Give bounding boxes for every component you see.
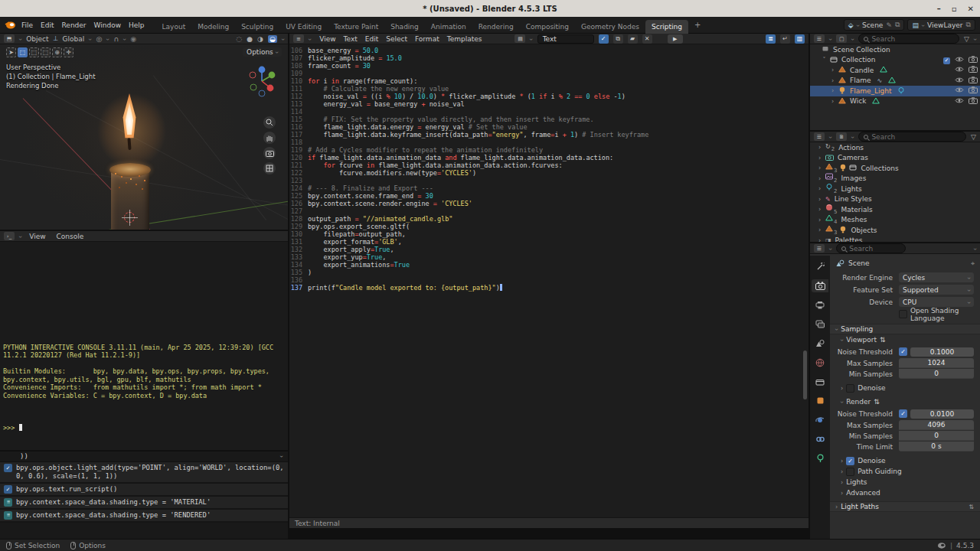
datablock-category-images[interactable]: ›2Images [810,174,980,184]
new-scene-icon[interactable]: ⧉ [895,21,900,29]
render-min-samples-field[interactable]: 0 [899,431,974,441]
cursor-tool[interactable]: ⊕ [52,47,62,57]
menu-text[interactable]: Text [340,34,361,44]
proportional-edit-icon[interactable]: ◉ [130,35,136,43]
pin-icon[interactable]: ✎ [886,21,892,29]
tab-constraints[interactable] [812,432,828,445]
shading-rendered-icon[interactable]: ◒ [268,35,277,43]
code-line-117[interactable]: 117 flame_light.data.keyframe_insert(dat… [289,131,808,139]
menu-file[interactable]: File [18,20,37,31]
add-workspace-button[interactable]: + [690,21,705,29]
menu-edit[interactable]: Edit [37,20,57,31]
viewport-min-samples-field[interactable]: 0 [899,369,974,379]
render-denoise-row[interactable]: Denoise [830,455,980,466]
code-line-130[interactable]: 130 filepath=output_path, [289,230,808,238]
tab-view-layer[interactable] [812,318,828,331]
exclude-checkbox[interactable]: ✓ [943,57,950,64]
render-noise-threshold-field[interactable]: 0.0100 [910,409,974,419]
code-line-135[interactable]: 135) [289,269,808,276]
line-numbers-toggle-icon[interactable]: ≣ [766,34,776,44]
info-partial-entry[interactable]: )) [0,452,288,462]
datablock-category-palettes[interactable]: ›◨Palettes [810,236,980,243]
tab-object-data[interactable] [812,452,828,465]
datablock-category-line-styles[interactable]: ›✎Line Styles [810,194,980,205]
minimize-button[interactable]: – [937,5,941,13]
menu-select[interactable]: Select [382,34,411,44]
tab-object[interactable] [812,394,828,407]
code-line-110[interactable]: 110for i in range(frame_count): [289,77,808,85]
code-line-122[interactable]: 122 fcurve.modifiers.new(type='CYCLES') [289,169,808,177]
path-guiding-row[interactable]: Path Guiding [830,466,980,477]
register-check-icon[interactable]: ✓ [599,34,609,44]
osl-checkbox[interactable] [899,310,907,318]
camera-view-button[interactable] [263,147,276,159]
code-line-111[interactable]: 111 # Calculate the new energy value [289,85,808,93]
run-script-button[interactable]: ▶ [668,34,683,44]
preset-icon[interactable]: ⇅ [969,504,975,510]
datablock-category-lights[interactable]: ›2Lights [810,184,980,194]
outliner-editor-icon[interactable]: ☰ [814,34,825,43]
blend-file-icon[interactable]: 🗎 [836,132,847,141]
text-datablock-name[interactable]: Text [537,34,594,44]
code-line-128[interactable]: 128output_path = "//animated_candle.glb" [289,215,808,223]
code-line-126[interactable]: 126bpy.context.scene.render.engine = 'CY… [289,200,808,207]
tab-physics[interactable] [812,413,828,426]
console-output[interactable]: PYTHON INTERACTIVE CONSOLE 3.11.11 (main… [3,328,285,448]
code-line-132[interactable]: 132 export_apply=True, [289,246,808,253]
info-log-entry[interactable]: ✓bpy.ops.text.run_script() [0,484,288,497]
code-line-133[interactable]: 133 export_yup=True, [289,253,808,261]
code-line-107[interactable]: 107flicker_amplitude = 15.0 [289,54,808,62]
move-tool[interactable]: ✛ [64,47,74,57]
workspace-tab-sculpting[interactable]: Sculpting [235,20,279,34]
viewport-noise-threshold-field[interactable]: 0.1000 [910,347,974,357]
code-line-124[interactable]: 124# --- 8. Finalize and Export --- [289,184,808,192]
render-engine-dropdown[interactable]: Cycles [899,272,974,282]
lights-row[interactable]: Lights [830,477,980,487]
unlink-text-icon[interactable]: ✕ [642,34,652,44]
menu-window[interactable]: Window [90,20,126,31]
tab-render[interactable] [812,279,828,292]
outliner-item-flame[interactable]: ›Flame∿ [810,76,980,86]
hide-viewport-icon[interactable] [955,66,964,73]
toggle-perspective-button[interactable] [263,162,276,174]
code-line-114[interactable]: 114 [289,108,808,116]
blender-logo-icon[interactable] [5,21,16,29]
select-box-tool[interactable]: ⬚ [18,47,28,57]
time-limit-field[interactable]: 0 s [899,442,974,452]
code-line-136[interactable]: 136 [289,276,808,284]
mode-dropdown[interactable]: Object [26,35,48,43]
outliner-item-collection[interactable]: ˅Collection✓ [810,55,980,66]
viewport-canvas[interactable]: ➤ ⬚ ⬚ ⬚ ⊕ ✛ User Perspective (1) Collect… [0,44,288,230]
render-subpanel-header[interactable]: Render ⇅ [830,396,980,407]
code-line-127[interactable]: 127 [289,207,808,215]
text-editor-scrollbar[interactable] [803,350,807,399]
select-lasso-tool[interactable]: ⬚ [41,47,51,57]
menu-help[interactable]: Help [125,20,149,31]
light-paths-panel-header[interactable]: Light Paths ⇅ [830,501,980,512]
render-max-samples-field[interactable]: 4096 [899,420,974,430]
hide-viewport-icon[interactable] [955,97,964,104]
code-line-113[interactable]: 113 energy_val = base_energy + noise_val [289,100,808,108]
menu-format[interactable]: Format [411,34,443,44]
menu-edit[interactable]: Edit [361,34,382,44]
open-text-icon[interactable]: ▰ [628,34,638,44]
disable-render-icon[interactable] [969,97,978,104]
code-area[interactable]: 106base_energy = 50.0107flicker_amplitud… [289,44,808,517]
disable-render-icon[interactable] [969,66,978,73]
code-line-129[interactable]: 129bpy.ops.export_scene.gltf( [289,223,808,230]
menu-render[interactable]: Render [58,20,90,31]
close-button[interactable]: ✕ [968,5,974,13]
shading-solid-icon[interactable]: ● [247,35,253,43]
hide-viewport-icon[interactable] [955,86,964,93]
new-text-icon[interactable]: ⧉ [613,34,623,44]
new-view-layer-icon[interactable]: ⧉ [966,21,971,29]
syntax-highlight-toggle-icon[interactable]: ▥ [795,34,805,44]
viewport-noise-threshold-checkbox[interactable] [899,347,907,356]
workspace-tab-modeling[interactable]: Modeling [191,20,235,34]
path-guiding-checkbox[interactable] [846,468,854,476]
shading-material-icon[interactable]: ◑ [257,35,263,43]
info-log-entry[interactable]: ✓bpy.ops.object.light_add(type='POINT', … [0,462,288,484]
device-dropdown[interactable]: CPU [899,297,974,307]
code-line-109[interactable]: 109 [289,70,808,77]
console-menu-console[interactable]: Console [54,233,87,240]
